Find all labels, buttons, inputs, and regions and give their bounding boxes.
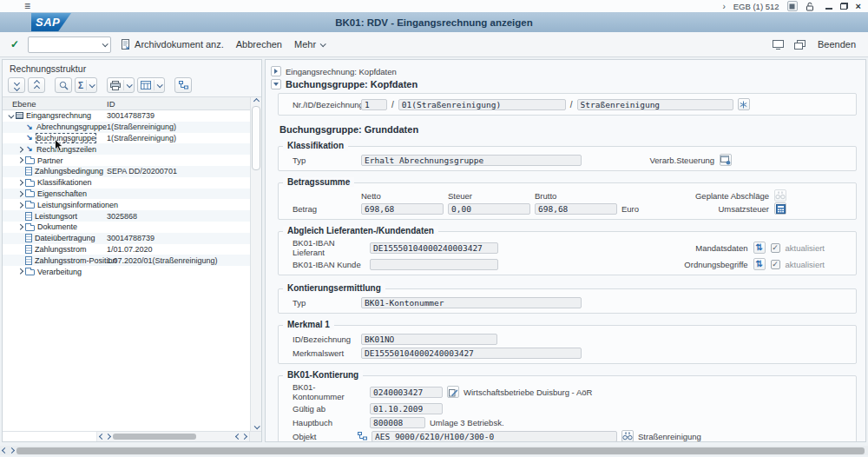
export-button[interactable] [137, 77, 165, 93]
tree-row[interactable]: Eigenschaften [3, 189, 250, 200]
tree-horizontal-scrollbar[interactable] [3, 431, 261, 441]
kontonummer-field[interactable]: 0240003427 [370, 387, 443, 398]
nr-field[interactable]: 1 [361, 99, 387, 110]
column-header-ebene[interactable]: Ebene [3, 99, 107, 109]
scroll-right-icon-2[interactable] [241, 434, 247, 440]
monitor-icon[interactable] [773, 40, 784, 50]
command-input[interactable] [32, 39, 102, 50]
expand-arrow-icon[interactable] [16, 158, 25, 162]
verarb-steuerung-button[interactable] [720, 154, 732, 166]
netto-field[interactable]: 698,68 [361, 203, 444, 215]
print-button[interactable] [107, 77, 135, 93]
ordnungsbegriffe-button[interactable]: ⇅ [753, 258, 766, 270]
more-button[interactable]: Mehr [293, 37, 326, 51]
netto-column-header: Netto [361, 191, 444, 201]
scroll-down-icon[interactable] [253, 423, 260, 429]
close-icon[interactable]: × [856, 2, 861, 10]
kontonummer-change-button[interactable] [447, 386, 459, 398]
page-scroll-left-icon[interactable] [2, 447, 8, 454]
hauptbuch-field[interactable]: 800008 [370, 417, 425, 428]
expand-all-button[interactable] [28, 77, 45, 93]
steuer-field[interactable]: 0,00 [448, 203, 530, 215]
tray-expand-icon[interactable] [271, 66, 281, 76]
tray1-title[interactable]: Eingangsrechnung: Kopfdaten [286, 67, 397, 76]
kontierung-typ-field[interactable]: BK01-Kontonummer [361, 297, 582, 308]
objekt-field[interactable]: AES 9000/6210/H100/300-0 [372, 431, 617, 442]
expand-arrow-icon[interactable] [16, 192, 25, 196]
unlock-icon[interactable] [806, 2, 814, 11]
tree-row[interactable]: Abrechnungsgruppe1(Straßenreinigung) [3, 122, 250, 133]
overflow-chevron-icon[interactable]: › [722, 2, 725, 11]
geplante-abschlaege-button[interactable] [774, 189, 786, 202]
tree-row[interactable]: Dateiübertragung30014788739 [3, 233, 250, 244]
tray-collapse-icon[interactable] [271, 79, 281, 89]
windows-layout-icon[interactable] [794, 40, 806, 50]
id-field[interactable]: 01(Straßenreinigung) [398, 99, 566, 110]
menu-icon[interactable]: ≡ [24, 1, 30, 11]
tree-row-label: Buchungsgruppe [36, 134, 95, 142]
iban-kunde-label: BK01-IBAN Kunde [286, 260, 365, 269]
collapse-all-button[interactable] [8, 77, 25, 93]
iban-kunde-field[interactable] [370, 259, 498, 270]
new-session-icon[interactable] [787, 1, 798, 11]
tree-row[interactable]: Buchungsgruppe1(Straßenreinigung) [3, 133, 250, 144]
objekt-search-button[interactable] [621, 430, 634, 442]
tree-row[interactable]: Leistungsort3025868 [3, 210, 250, 222]
tree-row[interactable]: Klassifikationen [3, 177, 250, 189]
expand-arrow-icon[interactable] [16, 203, 25, 208]
scroll-up-icon[interactable] [253, 98, 259, 104]
merkmal-id-field[interactable]: BK01NO [361, 334, 497, 345]
page-horizontal-scrollbar[interactable] [0, 446, 868, 455]
tree-row-label: Verarbeitung [37, 268, 82, 276]
sum-dropdown-icon[interactable] [89, 82, 95, 88]
tree-rows: Eingangsrechnung30014788739Abrechnungsgr… [3, 110, 250, 277]
vertical-scroll-thumb[interactable] [252, 106, 260, 170]
objekt-label: Objekt [286, 432, 353, 441]
hierarchy-settings-button[interactable] [174, 77, 192, 93]
export-dropdown-icon[interactable] [157, 82, 163, 88]
brutto-field[interactable]: 698,68 [535, 203, 617, 215]
tree-row[interactable]: Zahlungsstrom-Position1.07.2020/01(Straß… [3, 255, 250, 266]
tree-row[interactable]: Verarbeitung [3, 266, 250, 277]
tree-row[interactable]: Leistungsinformationen [3, 199, 250, 210]
collapse-arrow-icon[interactable] [6, 114, 16, 118]
archive-document-button[interactable]: Archivdokument anz. [120, 37, 226, 51]
expand-arrow-icon[interactable] [16, 148, 25, 152]
expand-arrow-icon[interactable] [16, 225, 25, 229]
page-scroll-right-icon[interactable] [9, 447, 15, 454]
minimize-icon[interactable] [825, 1, 832, 11]
command-dropdown-icon[interactable] [102, 41, 108, 47]
iban-lieferant-field[interactable]: DE15550104000240003427 [370, 242, 498, 254]
search-button[interactable] [55, 77, 72, 93]
horizontal-scroll-thumb[interactable] [113, 434, 196, 440]
print-dropdown-icon[interactable] [127, 82, 133, 88]
klassifikation-typ-field[interactable]: Erhalt Abrechnungsgruppe [361, 155, 582, 166]
tree-row[interactable]: ZahlungsbedingungSEPA DD/20200701 [3, 166, 250, 177]
expand-arrow-icon[interactable] [16, 269, 25, 274]
mandatsdaten-checkbox[interactable]: ✓ [771, 243, 780, 253]
tree-row[interactable]: Rechnungszeilen [3, 143, 250, 155]
umsatzsteuer-button[interactable] [774, 202, 786, 215]
double-chevron-up-icon [35, 81, 39, 90]
tree-row[interactable]: Dokumente [3, 222, 250, 233]
merkmalswert-field[interactable]: DE15550104000240003427 [361, 348, 582, 359]
tree-row[interactable]: Zahlungsstrom1/01.07.2020 [3, 244, 250, 255]
gueltig-ab-field[interactable]: 01.10.2009 [370, 403, 443, 414]
expand-arrow-icon[interactable] [16, 181, 25, 185]
scroll-right-icon[interactable] [105, 434, 111, 440]
tree-row[interactable]: Partner [3, 155, 250, 166]
ordnungsbegriffe-checkbox[interactable]: ✓ [771, 260, 780, 269]
exit-button[interactable]: Beenden [816, 37, 858, 51]
mandatsdaten-button[interactable]: ⇅ [753, 242, 766, 254]
bezeichnung-field[interactable]: Straßenreinigung [577, 99, 733, 110]
cancel-button[interactable]: Abbrechen [234, 37, 284, 51]
enter-check-icon[interactable]: ✓ [10, 38, 19, 50]
page-scroll-thumb[interactable] [16, 447, 865, 454]
tree-vertical-scrollbar[interactable] [250, 97, 261, 431]
command-field[interactable] [28, 36, 111, 53]
restore-icon[interactable] [840, 3, 848, 10]
tree-row[interactable]: Eingangsrechnung30014788739 [3, 110, 250, 122]
sum-button[interactable]: Σ [75, 77, 97, 93]
detail-asterisk-button[interactable] [738, 98, 750, 110]
column-header-id[interactable]: ID [107, 99, 250, 109]
